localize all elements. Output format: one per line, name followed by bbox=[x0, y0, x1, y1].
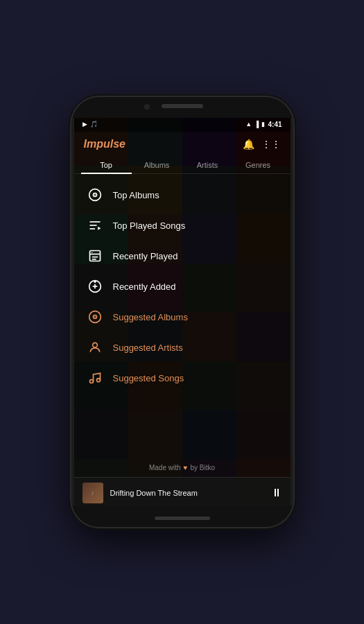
camera bbox=[144, 104, 150, 110]
history-icon bbox=[87, 248, 103, 264]
person-icon bbox=[87, 339, 103, 356]
app-logo: Impulse bbox=[84, 138, 125, 150]
svg-point-18 bbox=[94, 316, 96, 318]
menu-item-recently-added[interactable]: Recently Added bbox=[74, 271, 291, 302]
phone-shell: ▶ 🎵 ▲ ▐ ▮ 4:41 Impulse 🔔 ⋮⋮ bbox=[71, 97, 293, 527]
suggested-songs-label: Suggested Songs bbox=[113, 373, 184, 383]
suggested-albums-label: Suggested Albums bbox=[113, 312, 188, 322]
header-icons: 🔔 ⋮⋮ bbox=[243, 139, 281, 150]
svg-point-21 bbox=[96, 379, 100, 382]
status-left: ▶ 🎵 bbox=[83, 121, 98, 128]
top-albums-label: Top Albums bbox=[113, 190, 159, 200]
status-bar: ▶ 🎵 ▲ ▐ ▮ 4:41 bbox=[74, 116, 291, 132]
tab-genres[interactable]: Genres bbox=[233, 157, 284, 173]
menu-list: Top Albums Top Played Songs bbox=[74, 174, 291, 458]
wifi-icon: ▲ bbox=[245, 121, 252, 128]
svg-point-2 bbox=[94, 194, 96, 196]
menu-item-top-played-songs[interactable]: Top Played Songs bbox=[74, 210, 291, 241]
by-text: by Bitko bbox=[190, 464, 215, 471]
menu-item-suggested-songs[interactable]: Suggested Songs bbox=[74, 363, 291, 393]
tab-top[interactable]: Top bbox=[81, 157, 132, 173]
nav-tabs: Top Albums Artists Genres bbox=[74, 157, 291, 174]
now-playing-title: Drifting Down The Stream bbox=[110, 489, 264, 497]
now-playing-info: Drifting Down The Stream bbox=[110, 489, 264, 497]
pause-button[interactable]: ⏸ bbox=[271, 487, 282, 499]
svg-point-19 bbox=[92, 343, 97, 347]
app-header: Impulse 🔔 ⋮⋮ bbox=[74, 132, 291, 157]
screen: ▶ 🎵 ▲ ▐ ▮ 4:41 Impulse 🔔 ⋮⋮ bbox=[74, 116, 291, 508]
status-time: 4:41 bbox=[268, 121, 281, 128]
speaker-bottom bbox=[155, 517, 210, 520]
recently-played-label: Recently Played bbox=[113, 251, 178, 261]
tab-artists[interactable]: Artists bbox=[182, 157, 233, 173]
menu-item-recently-played[interactable]: Recently Played bbox=[74, 241, 291, 271]
notification-bell-icon[interactable]: 🔔 bbox=[243, 139, 254, 150]
tab-albums[interactable]: Albums bbox=[132, 157, 182, 173]
now-playing-controls[interactable]: ⏸ bbox=[271, 487, 282, 499]
battery-icon: ▮ bbox=[261, 121, 265, 128]
heart-icon: ♥ bbox=[184, 464, 188, 471]
speaker bbox=[162, 104, 203, 108]
top-played-songs-label: Top Played Songs bbox=[113, 220, 186, 231]
status-right: ▲ ▐ ▮ 4:41 bbox=[245, 121, 281, 128]
menu-item-suggested-albums[interactable]: Suggested Albums bbox=[74, 302, 291, 332]
now-playing-bar[interactable]: ♪ Drifting Down The Stream ⏸ bbox=[74, 477, 291, 508]
svg-point-15 bbox=[94, 281, 96, 283]
svg-marker-6 bbox=[98, 227, 101, 230]
signal-icon: ▐ bbox=[254, 121, 259, 128]
note-icon bbox=[87, 370, 103, 386]
recently-added-label: Recently Added bbox=[113, 281, 176, 292]
playlist-icon bbox=[87, 217, 103, 234]
menu-item-suggested-artists[interactable]: Suggested Artists bbox=[74, 332, 291, 363]
suggested-artists-label: Suggested Artists bbox=[113, 343, 183, 353]
menu-item-top-albums[interactable]: Top Albums bbox=[74, 180, 291, 210]
grid-view-icon[interactable]: ⋮⋮ bbox=[261, 139, 281, 150]
album-thumbnail: ♪ bbox=[83, 483, 103, 503]
svg-point-20 bbox=[89, 380, 93, 383]
play-status-icon: ▶ bbox=[83, 121, 87, 128]
app-content: ▶ 🎵 ▲ ▐ ▮ 4:41 Impulse 🔔 ⋮⋮ bbox=[74, 116, 291, 508]
badge-icon bbox=[87, 278, 103, 295]
disc-icon bbox=[87, 187, 103, 203]
footer-credit: Made with ♥ by Bitko bbox=[74, 458, 291, 477]
suggested-disc-icon bbox=[87, 309, 103, 325]
made-with-text: Made with bbox=[149, 464, 181, 471]
media-status-icon: 🎵 bbox=[90, 121, 98, 128]
svg-point-9 bbox=[92, 252, 93, 253]
